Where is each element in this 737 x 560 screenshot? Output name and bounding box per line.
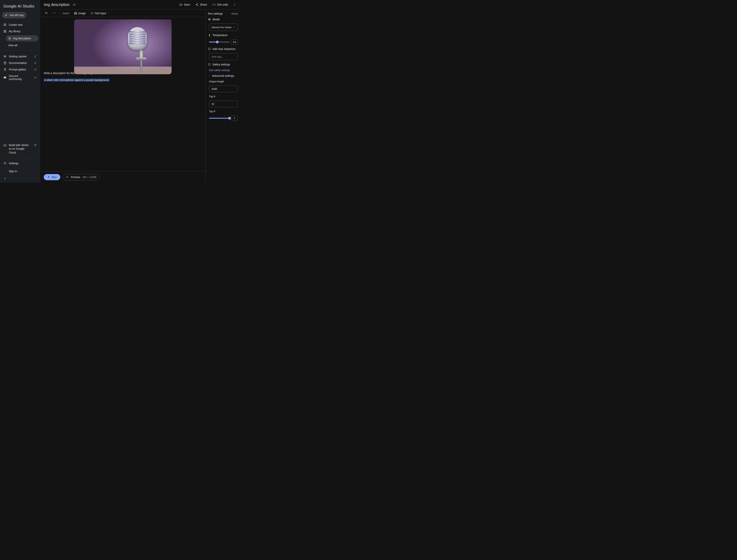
stop-icon <box>208 47 211 50</box>
view-all-link[interactable]: View all <box>8 42 38 48</box>
topp-value[interactable]: 1 <box>231 116 238 121</box>
get-code-button[interactable]: Get code <box>211 2 230 8</box>
external-link-icon <box>34 143 37 146</box>
prompt-gallery-label: Prompt gallery <box>9 68 26 71</box>
share-icon <box>195 3 198 6</box>
run-button[interactable]: Run <box>44 174 60 180</box>
braces-icon <box>90 12 93 15</box>
share-button[interactable]: Share <box>193 2 209 8</box>
share-label: Share <box>200 3 207 6</box>
chevron-up-icon <box>208 74 211 77</box>
app-logo: Google AI Studio <box>2 0 38 12</box>
token-count: 265 / 12288 <box>82 176 96 179</box>
key-icon <box>5 14 8 17</box>
temperature-label: Temperature <box>208 34 238 37</box>
save-button[interactable]: Save <box>177 2 192 8</box>
advanced-toggle[interactable]: Advanced settings <box>208 74 238 77</box>
run-settings-title: Run settings <box>208 12 223 15</box>
preview-chip[interactable]: Preview 265 / 12288 <box>63 174 100 180</box>
redo-button[interactable] <box>51 11 58 16</box>
topk-input[interactable]: 32 <box>209 101 238 107</box>
insert-label: Insert: <box>62 12 70 15</box>
thermometer-icon <box>208 34 211 37</box>
prompt-canvas[interactable]: Write a description for the following im… <box>40 17 205 171</box>
get-api-key-label: Get API key <box>10 14 24 17</box>
svg-point-8 <box>196 4 196 5</box>
edit-title-button[interactable] <box>73 3 76 6</box>
svg-rect-3 <box>5 30 6 32</box>
undo-button[interactable] <box>43 11 50 16</box>
vertex-label: Build with Vertex AI on Google Cloud <box>9 143 31 155</box>
settings-link[interactable]: Settings <box>2 160 38 167</box>
svg-rect-2 <box>4 30 5 32</box>
run-settings-panel: Run settings Reset Model Gemini Pro Visi… <box>206 9 240 183</box>
vertex-link[interactable]: Build with Vertex AI on Google Cloud <box>2 141 38 157</box>
create-new-label: Create new <box>9 23 23 26</box>
svg-point-7 <box>197 3 198 4</box>
create-new-button[interactable]: Create new <box>2 21 38 28</box>
editor: Insert: Image Test input <box>40 9 206 183</box>
header: img description Save Share <box>40 0 240 9</box>
getting-started-label: Getting started <box>9 55 26 58</box>
discord-icon <box>3 76 7 79</box>
insert-image-label: Image <box>78 12 86 15</box>
dropdown-icon <box>232 26 235 29</box>
svg-point-10 <box>234 3 235 4</box>
external-link-icon <box>34 61 37 64</box>
temperature-value[interactable]: 0,4 <box>231 39 238 45</box>
get-api-key-button[interactable]: Get API key <box>2 12 26 18</box>
output-length-label: Output length <box>209 80 238 83</box>
discord-link[interactable]: Discord community <box>2 73 38 82</box>
prompt-image[interactable] <box>74 19 172 74</box>
lightbulb-icon <box>3 68 7 71</box>
gear-icon <box>3 162 7 165</box>
model-value: Gemini Pro Vision <box>212 26 231 29</box>
plus-circle-icon <box>3 23 7 26</box>
shield-icon <box>208 63 211 66</box>
get-code-label: Get code <box>217 3 228 6</box>
model-select[interactable]: Gemini Pro Vision <box>209 24 238 31</box>
sparkle-icon <box>47 176 50 179</box>
my-library-label: My library <box>9 30 21 33</box>
my-library-button[interactable]: My library <box>2 28 38 35</box>
sidebar: Google AI Studio Get API key Create new … <box>0 0 40 183</box>
svg-point-6 <box>5 163 5 164</box>
external-link-icon <box>34 76 37 79</box>
svg-point-12 <box>234 5 235 6</box>
prompt-gallery-link[interactable]: Prompt gallery <box>2 66 38 73</box>
notes-icon <box>66 176 69 179</box>
stop-sequence-label: Add stop sequence <box>208 47 238 50</box>
reset-button[interactable]: Reset <box>231 12 238 15</box>
graduation-icon <box>3 55 7 58</box>
toolbar: Insert: Image Test input <box>40 9 205 17</box>
sidebar-divider <box>2 51 38 51</box>
insert-image-button[interactable]: Image <box>72 11 88 16</box>
safety-label: Safety settings <box>208 63 238 66</box>
documentation-link[interactable]: Documentation <box>2 60 38 66</box>
collapse-sidebar-button[interactable] <box>2 175 38 183</box>
insert-test-input-label: Test input <box>95 12 106 15</box>
external-link-icon <box>34 55 37 58</box>
settings-label: Settings <box>9 162 19 165</box>
doc-icon <box>3 61 7 64</box>
discord-label: Discord community <box>9 74 31 81</box>
sign-in-link[interactable]: Sign in <box>2 167 38 175</box>
output-length-input[interactable]: 4096 <box>209 86 238 92</box>
insert-test-input-button[interactable]: Test input <box>88 11 108 16</box>
cloud-icon <box>3 144 7 147</box>
generated-text: A silver retro microphone against a purp… <box>44 78 110 82</box>
svg-point-15 <box>208 19 211 20</box>
image-icon <box>74 12 77 15</box>
library-item-label: img description <box>13 37 31 40</box>
temperature-slider[interactable] <box>209 42 230 42</box>
topp-slider[interactable] <box>209 118 230 119</box>
cloud-save-icon <box>179 3 182 6</box>
stop-sequence-input[interactable]: Add stop... <box>209 53 238 60</box>
edit-safety-link[interactable]: Edit safety settings <box>209 69 238 72</box>
topk-label: Top K <box>209 95 238 98</box>
more-menu-button[interactable] <box>231 2 238 8</box>
code-icon <box>212 3 216 6</box>
library-item-img-description[interactable]: img description <box>6 35 38 41</box>
topp-label: Top P <box>209 110 238 113</box>
getting-started-link[interactable]: Getting started <box>2 53 38 60</box>
